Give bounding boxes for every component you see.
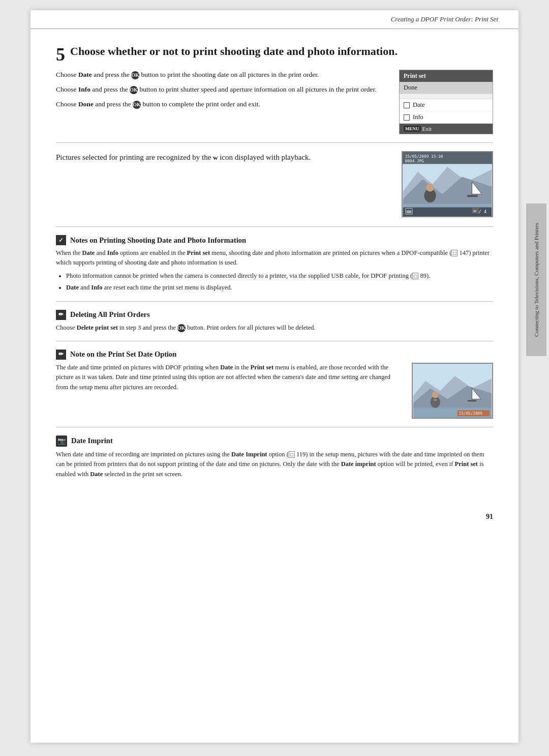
date-imprint-header: 📷 Date Imprint [56,435,493,447]
date-label: Date [413,101,425,109]
svg-text:0004.JPG: 0004.JPG [405,159,424,163]
landscape-illustration: 15/05/2009 15:30 0004.JPG 4/ 4 w [403,152,492,216]
separator3 [56,301,493,302]
date-imprint-body: When date and time of recording are impr… [56,450,493,479]
notes-printing-section: ✓ Notes on Printing Shooting Date and Ph… [56,235,493,293]
separator1 [56,142,493,143]
svg-rect-8 [467,195,478,197]
date-imprint-title: Date Imprint [71,437,113,445]
note-date-header: ✏ Note on the Print Set Date Option [56,350,493,360]
camera-screen2: 15/05/2009 [412,363,493,419]
menu-separator [400,94,493,99]
step-number: 5 [56,44,65,64]
pencil2-icon: ✏ [56,350,66,360]
menu-title: Print set [400,70,493,82]
camera-screen: 15/05/2009 15:300004.JPG [402,151,493,217]
header-bar: Creating a DPOF Print Order: Print Set [30,10,518,29]
sidebar-text: Connecting to Televisions, Computers and… [533,223,539,337]
sidebar: Connecting to Televisions, Computers and… [526,203,546,356]
svg-text:15/05/2009 15:30: 15/05/2009 15:30 [405,154,443,159]
step-title: Choose whether or not to print shooting … [70,44,493,59]
notes-bullet2: Date and Info are reset each time the pr… [66,283,493,293]
notes-list: Photo information cannot be printed when… [56,271,493,293]
pictures-section: Pictures selected for printing are recog… [56,151,493,217]
svg-rect-24 [434,399,437,400]
deleting-header: ✏ Deleting All Print Orders [56,310,493,320]
deleting-title: Deleting All Print Orders [70,310,150,319]
step5-text: Choose Date and press the OK button to p… [56,70,389,110]
camera-icon: 📷 [56,435,67,447]
svg-rect-27 [468,400,476,401]
menu-item-date: Date [400,99,493,111]
separator4 [56,341,493,341]
notes-para1: When the Date and Info options are enabl… [56,248,493,268]
note-date-para: The date and time printed on pictures wi… [56,363,404,392]
svg-point-23 [432,391,439,398]
step5-header: 5 Choose whether or not to print shootin… [56,44,493,64]
step5-para1: Choose Date and press the OK button to p… [56,70,389,80]
notes-bullet1: Photo information cannot be printed when… [66,271,493,281]
svg-text:w: w [473,209,476,213]
step5-para2: Choose Info and press the OK button to p… [56,84,389,95]
page-number: 91 [30,508,518,531]
date-imprint-section: 📷 Date Imprint When date and time of rec… [56,435,493,479]
step5-para3: Choose Done and press the OK button to c… [56,99,389,110]
note-date-content: The date and time printed on pictures wi… [56,363,493,419]
print-set-menu: Print set Done Date Info MENU Exit [399,70,493,134]
notes-body: When the Date and Info options are enabl… [56,248,493,293]
svg-rect-14 [407,210,412,213]
note-checkmark-icon: ✓ [56,235,66,245]
date-imprint-para: When date and time of recording are impr… [56,450,493,479]
note-date-section: ✏ Note on the Print Set Date Option The … [56,350,493,419]
deleting-body: Choose Delete print set in step 3 and pr… [56,323,493,333]
notes-header: ✓ Notes on Printing Shooting Date and Ph… [56,235,493,245]
notes-title: Notes on Printing Shooting Date and Phot… [70,236,246,245]
menu-key: MENU [404,126,421,132]
svg-point-5 [426,184,434,192]
separator2 [56,226,493,227]
menu-item-done: Done [400,82,493,94]
separator5 [56,427,493,427]
menu-footer-label: Exit [422,126,432,132]
deleting-para: Choose Delete print set in step 3 and pr… [56,323,493,333]
pencil-icon: ✏ [56,310,66,320]
svg-text:15/05/2009: 15/05/2009 [459,411,483,416]
menu-item-info: Info [400,111,493,124]
menu-footer: MENU Exit [400,124,493,134]
info-checkbox [404,114,410,121]
deleting-section: ✏ Deleting All Print Orders Choose Delet… [56,310,493,333]
note-date-title: Note on the Print Set Date Option [70,350,176,359]
date-checkbox [404,102,410,108]
landscape2-illustration: 15/05/2009 [413,364,492,418]
note-date-text: The date and time printed on pictures wi… [56,363,404,395]
info-label: Info [413,113,423,121]
pictures-text: Pictures selected for printing are recog… [56,151,391,163]
step5-content: Choose Date and press the OK button to p… [56,70,493,134]
header-title: Creating a DPOF Print Order: Print Set [391,15,498,23]
